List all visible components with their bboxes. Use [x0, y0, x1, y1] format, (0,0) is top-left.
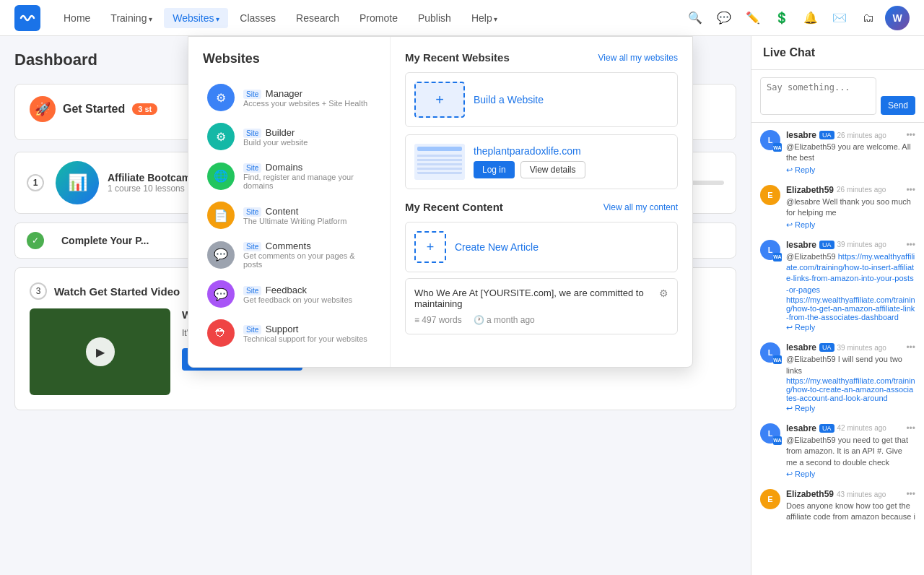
chat-username: lesabre	[786, 342, 816, 353]
chat-username: lesabre	[786, 240, 816, 250]
create-article-card[interactable]: + Create New Article	[405, 222, 678, 272]
chat-link-extra[interactable]: https://my.wealthyaffiliate.com/training…	[786, 376, 915, 402]
view-all-content-link[interactable]: View all my content	[603, 202, 678, 212]
site-manager-icon: ⚙	[207, 84, 235, 111]
rocket-icon: 🚀	[30, 96, 56, 122]
check-icon: ✓	[27, 232, 44, 249]
recent-websites-title: My Recent Websites	[405, 51, 510, 64]
chat-link-extra[interactable]: https://my.wealthyaffiliate.com/training…	[786, 295, 915, 321]
chat-more-icon[interactable]: •••	[906, 423, 915, 433]
chat-time: 39 minutes ago	[837, 241, 886, 248]
site-domain: theplantparadoxlife.com	[474, 145, 668, 157]
chat-icon[interactable]: 💬	[712, 6, 736, 30]
chat-avatar: E	[760, 185, 780, 205]
nav-items: Home Training Websites Classes Research …	[55, 8, 683, 28]
article-title: Who We Are At [YOURSITE.com], we are com…	[414, 288, 659, 309]
build-website-card[interactable]: + Build a Website	[405, 72, 678, 127]
chat-input-area: Send	[751, 70, 924, 123]
site-logo[interactable]	[14, 5, 40, 31]
bell-icon[interactable]: 🔔	[798, 6, 823, 30]
article-settings-icon[interactable]: ⚙	[659, 288, 668, 299]
chat-input[interactable]	[760, 77, 876, 115]
site-menu-support[interactable]: ⛑ Site Support Technical support for you…	[203, 314, 375, 353]
site-menu-manager[interactable]: ⚙ Site Manager Access your websites + Si…	[203, 78, 375, 117]
build-website-thumbnail: +	[414, 82, 465, 118]
nav-publish[interactable]: Publish	[409, 8, 460, 28]
video-thumbnail[interactable]: ▶	[30, 308, 170, 395]
chat-text: @Elizabeth59 I will send you two links	[786, 354, 915, 376]
site-menu-builder[interactable]: ⚙ Site Builder Build your website	[203, 117, 375, 156]
wa-badge: WA	[773, 253, 782, 261]
create-article-title: Create New Article	[455, 241, 539, 253]
site-menu-comments[interactable]: 💬 Site Comments Get comments on your pag…	[203, 235, 375, 274]
site-feedback-icon: 💬	[207, 280, 235, 308]
chat-message: L WA lesabre UA 26 minutes ago ••• @Eliz…	[760, 130, 915, 175]
site-menu-domains[interactable]: 🌐 Site Domains Find, register and manage…	[203, 156, 375, 196]
dollar-icon[interactable]: 💲	[770, 6, 794, 30]
websites-menu-panel: Websites ⚙ Site Manager Access your webs…	[188, 37, 391, 367]
chat-message: L WA lesabre UA 39 minutes ago ••• @Eliz…	[760, 342, 915, 413]
chat-avatar: L WA	[760, 130, 780, 150]
recent-websites-header: My Recent Websites View all my websites	[405, 51, 678, 64]
wa-name-badge: UA	[819, 424, 834, 433]
chat-message: E Elizabeth59 26 minutes ago ••• @lesabr…	[760, 185, 915, 230]
article-card[interactable]: Who We Are At [YOURSITE.com], we are com…	[405, 278, 678, 334]
login-button[interactable]: Log in	[474, 161, 515, 178]
nav-websites[interactable]: Websites	[164, 8, 228, 28]
nav-research[interactable]: Research	[287, 8, 348, 28]
site-content-icon: 📄	[207, 202, 235, 229]
play-button[interactable]: ▶	[86, 337, 115, 366]
site-menu-content[interactable]: 📄 Site Content The Ultimate Writing Plat…	[203, 196, 375, 235]
chat-reply-button[interactable]: ↩ Reply	[786, 470, 915, 479]
chat-username: lesabre	[786, 423, 816, 433]
article-time: 🕐 a month ago	[474, 315, 535, 325]
live-chat-title: Live Chat	[751, 36, 924, 70]
chat-username: Elizabeth59	[786, 489, 834, 499]
chat-more-icon[interactable]: •••	[906, 489, 915, 499]
user-avatar[interactable]: W	[885, 6, 910, 30]
chat-reply-button[interactable]: ↩ Reply	[786, 165, 915, 175]
build-website-title: Build a Website	[474, 94, 544, 105]
recent-content-header: My Recent Content View all my content	[405, 201, 678, 213]
chat-messages: L WA lesabre UA 26 minutes ago ••• @Eliz…	[751, 123, 924, 575]
chat-avatar: L WA	[760, 423, 780, 444]
recent-content-title: My Recent Content	[405, 201, 503, 213]
site-domains-icon: 🌐	[207, 163, 235, 190]
chat-link[interactable]: https://my.wealthyaffiliate.com/training…	[786, 252, 915, 294]
chat-more-icon[interactable]: •••	[906, 240, 915, 250]
chat-reply-button[interactable]: ↩ Reply	[786, 323, 915, 332]
nav-help[interactable]: Help	[463, 8, 507, 28]
chat-send-button[interactable]: Send	[881, 96, 915, 115]
bootcamp-title: Affiliate Bootcamp	[108, 172, 197, 183]
chat-text: @Elizabeth59 you need to get that from a…	[786, 435, 915, 468]
article-word-count: ≡ 497 words	[414, 315, 462, 325]
search-icon[interactable]: 🔍	[683, 6, 707, 30]
view-all-websites-link[interactable]: View all my websites	[598, 53, 678, 63]
wa-name-badge: UA	[819, 241, 834, 249]
chat-reply-button[interactable]: ↩ Reply	[786, 404, 915, 413]
top-navigation: Home Training Websites Classes Research …	[0, 0, 924, 36]
chat-more-icon[interactable]: •••	[906, 130, 915, 140]
edit-icon[interactable]: ✏️	[741, 6, 765, 30]
word-count-icon: ≡	[414, 315, 422, 325]
chat-more-icon[interactable]: •••	[906, 185, 915, 195]
create-article-icon: +	[414, 231, 446, 263]
step-1-number: 1	[27, 174, 44, 191]
watch-video-title: Watch Get Started Video	[54, 285, 180, 298]
wa-badge: WA	[773, 355, 782, 364]
cards-icon[interactable]: 🗂	[856, 6, 881, 30]
nav-home[interactable]: Home	[55, 8, 99, 28]
nav-classes[interactable]: Classes	[231, 8, 284, 28]
wa-name-badge: UA	[819, 131, 834, 139]
bootcamp-icon: 📊	[56, 161, 99, 204]
site-menu-feedback[interactable]: 💬 Site Feedback Get feedback on your web…	[203, 274, 375, 314]
mail-icon[interactable]: ✉️	[827, 6, 852, 30]
chat-more-icon[interactable]: •••	[906, 342, 915, 353]
wa-badge: WA	[773, 436, 782, 445]
nav-training[interactable]: Training	[102, 8, 161, 28]
nav-promote[interactable]: Promote	[351, 8, 406, 28]
view-details-button[interactable]: View details	[520, 161, 585, 178]
wa-name-badge: UA	[819, 343, 834, 352]
recent-panel: My Recent Websites View all my websites …	[391, 37, 692, 367]
chat-reply-button[interactable]: ↩ Reply	[786, 220, 915, 230]
